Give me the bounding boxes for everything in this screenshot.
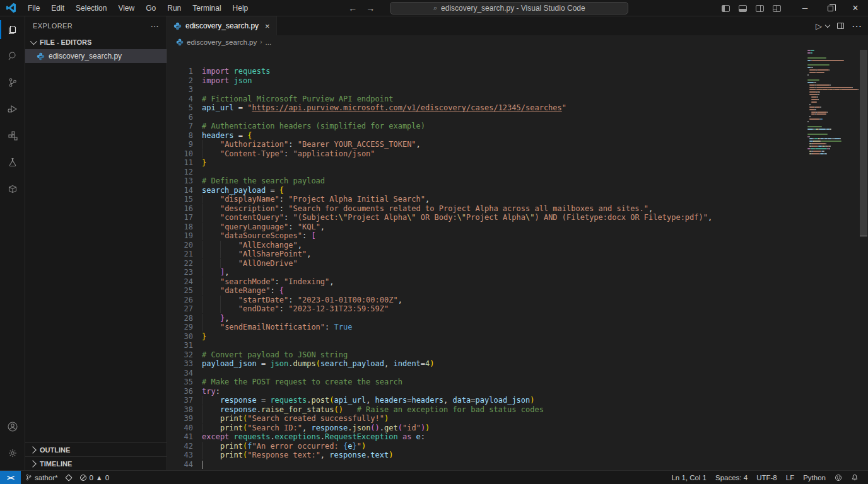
line-number[interactable]: 3 (167, 85, 193, 95)
settings-gear-icon[interactable] (0, 440, 25, 466)
line-number[interactable]: 40 (167, 424, 193, 433)
line-number[interactable]: 26 (167, 296, 193, 305)
code-line[interactable]: 17 "contentQuery": "(Subject:\"Project A… (167, 213, 806, 222)
code-line[interactable]: 22 "AllOneDrive" (167, 259, 806, 268)
package-icon[interactable] (0, 175, 25, 202)
line-number[interactable]: 24 (167, 277, 193, 287)
line-number[interactable]: 19 (167, 231, 193, 241)
code-line[interactable]: 27 "endDate": "2023-12-31T23:59:59Z" (167, 304, 806, 314)
line-number[interactable]: 22 (167, 259, 193, 268)
section-file-editors[interactable]: FILE - EDITORS (25, 35, 167, 49)
line-number[interactable]: 44 (167, 460, 193, 470)
menu-item-file[interactable]: File (22, 0, 45, 16)
encoding[interactable]: UTF-8 (752, 471, 782, 484)
code-line[interactable]: 44 (167, 460, 806, 470)
line-number[interactable]: 36 (167, 387, 193, 396)
forward-icon[interactable]: → (366, 3, 375, 13)
command-center[interactable]: ⌕ ediscovery_search.py - Visual Studio C… (390, 2, 628, 14)
line-number[interactable]: 29 (167, 323, 193, 332)
code-line[interactable]: 18 "queryLanguage": "KQL", (167, 222, 806, 232)
code-line[interactable]: 2import json (167, 76, 806, 86)
line-number[interactable]: 32 (167, 350, 193, 360)
tab-ediscovery-search[interactable]: ediscovery_search.py × (167, 16, 277, 35)
breadcrumb-file[interactable]: ediscovery_search.py (187, 38, 257, 46)
code-line[interactable]: 3 (167, 85, 806, 95)
code-line[interactable]: 34 (167, 369, 806, 378)
line-number[interactable]: 25 (167, 286, 193, 296)
vertical-scrollbar[interactable] (859, 49, 868, 470)
line-number[interactable]: 43 (167, 451, 193, 460)
code-line[interactable]: 33payload_json = json.dumps(search_paylo… (167, 359, 806, 369)
code-line[interactable]: 12 (167, 168, 806, 177)
code-line[interactable]: 14search_payload = { (167, 186, 806, 195)
code-line[interactable]: 21 "AllSharePoint", (167, 250, 806, 259)
code-line[interactable]: 8headers = { (167, 131, 806, 141)
explorer-icon[interactable] (0, 16, 25, 43)
code-line[interactable]: 32# Convert payload to JSON string (167, 350, 806, 360)
line-number[interactable]: 42 (167, 442, 193, 451)
line-number[interactable]: 38 (167, 405, 193, 415)
line-number[interactable]: 17 (167, 213, 193, 222)
minimap[interactable] (806, 49, 859, 470)
line-number[interactable]: 33 (167, 359, 193, 369)
toggle-sidebar-icon[interactable] (722, 5, 730, 12)
run-debug-icon[interactable] (0, 96, 25, 122)
menu-item-edit[interactable]: Edit (45, 0, 70, 16)
line-number[interactable]: 27 (167, 304, 193, 314)
language-mode[interactable]: Python (799, 471, 830, 484)
code-line[interactable]: 42 print(f"An error occurred: {e}") (167, 442, 806, 451)
line-number[interactable]: 6 (167, 113, 193, 122)
close-button[interactable]: × (843, 0, 868, 16)
line-number[interactable]: 16 (167, 204, 193, 214)
code-line[interactable]: 15 "displayName": "Project Alpha Initial… (167, 195, 806, 204)
code-line[interactable]: 13# Define the search payload (167, 176, 806, 186)
code-line[interactable]: 43 print("Response text:", response.text… (167, 451, 806, 460)
code-line[interactable]: 30} (167, 332, 806, 342)
extensions-icon[interactable] (0, 122, 25, 149)
line-number[interactable]: 5 (167, 103, 193, 113)
line-number[interactable]: 9 (167, 140, 193, 149)
code-line[interactable]: 36try: (167, 387, 806, 396)
line-number[interactable]: 37 (167, 396, 193, 405)
code-line[interactable]: 5api_url = "https://api.purview.microsof… (167, 103, 806, 113)
line-number[interactable]: 30 (167, 332, 193, 342)
line-number[interactable]: 21 (167, 250, 193, 259)
menu-item-view[interactable]: View (112, 0, 140, 16)
line-number[interactable]: 7 (167, 122, 193, 131)
code-line[interactable]: 41except requests.exceptions.RequestExce… (167, 432, 806, 442)
line-number[interactable]: 15 (167, 195, 193, 204)
menu-item-terminal[interactable]: Terminal (187, 0, 226, 16)
line-number[interactable]: 14 (167, 186, 193, 195)
accounts-icon[interactable] (0, 413, 25, 440)
code-line[interactable]: 19 "dataSourceScopes": [ (167, 231, 806, 241)
timeline-section[interactable]: TIMELINE (25, 456, 167, 470)
code-line[interactable]: 7# Authentication headers (simplified fo… (167, 122, 806, 131)
line-number[interactable]: 20 (167, 241, 193, 250)
menu-item-go[interactable]: Go (140, 0, 161, 16)
code-line[interactable]: 29 "sendEmailNotification": True (167, 323, 806, 332)
run-python-file-icon[interactable]: ▷ (816, 21, 822, 31)
line-number[interactable]: 8 (167, 131, 193, 141)
minimize-button[interactable]: ─ (792, 0, 818, 16)
code-line[interactable]: 38 response.raise_for_status() # Raise a… (167, 405, 806, 415)
line-number[interactable]: 18 (167, 222, 193, 232)
line-number[interactable]: 35 (167, 377, 193, 387)
line-number[interactable]: 10 (167, 149, 193, 159)
code-line[interactable]: 31 (167, 341, 806, 350)
scrollbar-thumb[interactable] (860, 50, 867, 236)
menu-item-selection[interactable]: Selection (70, 0, 112, 16)
tab-close-icon[interactable]: × (265, 21, 270, 31)
split-editor-icon[interactable] (837, 23, 844, 29)
back-icon[interactable]: ← (348, 3, 357, 13)
code-line[interactable]: 16 "description": "Search for documents … (167, 204, 806, 214)
toggle-panel-icon[interactable] (739, 5, 747, 12)
remote-indicator[interactable]: >< (0, 471, 21, 484)
toggle-secondary-sidebar-icon[interactable] (756, 5, 764, 12)
code-line[interactable]: 40 print("Search ID:", response.json().g… (167, 424, 806, 433)
line-number[interactable]: 4 (167, 95, 193, 104)
code-line[interactable]: 26 "startDate": "2023-01-01T00:00:00Z", (167, 296, 806, 305)
code-line[interactable]: 10 "Content-Type": "application/json" (167, 149, 806, 159)
code-line[interactable]: 23 ], (167, 268, 806, 277)
line-number[interactable]: 31 (167, 341, 193, 350)
line-number[interactable]: 41 (167, 432, 193, 442)
